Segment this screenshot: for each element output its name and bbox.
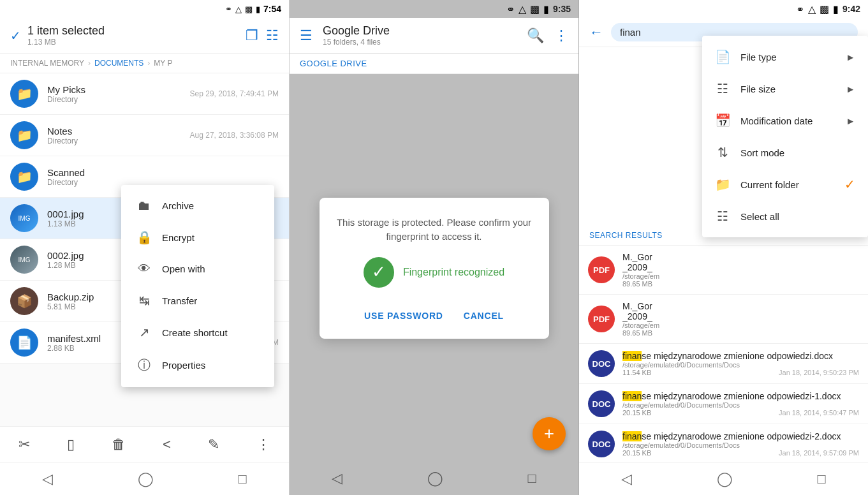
home-nav-icon[interactable]: ◯ bbox=[138, 471, 154, 487]
list-item[interactable]: DOC finanse międzynarodowe zmienione odp… bbox=[579, 344, 868, 384]
drive-content: This storage is protected. Please confir… bbox=[290, 74, 578, 462]
file-type-icon: 📄 bbox=[715, 49, 730, 64]
share-icon[interactable]: < bbox=[163, 436, 171, 453]
result-size: 11.54 KB bbox=[622, 369, 651, 376]
menu-item-open-with[interactable]: 👁 Open with bbox=[121, 253, 274, 284]
select-all-icon: ☷ bbox=[715, 209, 730, 224]
wifi-icon: △ bbox=[235, 4, 242, 14]
image-thumbnail: IMG bbox=[10, 246, 38, 274]
menu-item-create-shortcut[interactable]: ↗ Create shortcut bbox=[121, 316, 274, 348]
menu-label-encrypt: Encrypt bbox=[162, 232, 195, 243]
file-name: Scanned bbox=[47, 167, 270, 178]
result-list: PDF M._Gor_2009_ /storage/em 89.65 MB PD… bbox=[579, 246, 868, 462]
back-nav-icon-2[interactable]: ◁ bbox=[332, 470, 342, 487]
list-item[interactable]: DOC finanse międzynarodowe zmienione odp… bbox=[579, 424, 868, 462]
battery-icon: ▮ bbox=[256, 4, 260, 14]
signal-icon: ▩ bbox=[245, 4, 253, 14]
cancel-button[interactable]: CANCEL bbox=[461, 306, 506, 326]
nav-bar-3: ◁ ◯ □ bbox=[579, 462, 868, 495]
recent-nav-icon-3[interactable]: □ bbox=[817, 471, 825, 487]
dropdown-label-file-size: File size bbox=[740, 84, 776, 94]
menu-item-archive[interactable]: 🖿 Archive bbox=[121, 190, 274, 221]
selected-size: 1.13 MB bbox=[27, 38, 105, 47]
calendar-icon: 📅 bbox=[715, 113, 730, 128]
back-nav-icon-3[interactable]: ◁ bbox=[621, 471, 632, 487]
menu-item-encrypt[interactable]: 🔒 Encrypt bbox=[121, 221, 274, 253]
list-item[interactable]: 📁 My Picks Directory Sep 29, 2018, 7:49:… bbox=[0, 73, 289, 115]
highlight-2: finan bbox=[622, 391, 642, 401]
bluetooth-icon-2: ⚭ bbox=[506, 3, 515, 15]
hamburger-icon[interactable]: ☰ bbox=[300, 27, 313, 44]
dropdown-item-mod-date[interactable]: 📅 Modification date ► bbox=[702, 105, 868, 137]
dropdown-item-sort-mode[interactable]: ⇅ Sort mode bbox=[702, 137, 868, 168]
result-name: M._Gor_2009_ bbox=[622, 252, 859, 272]
file-name: My Picks bbox=[47, 84, 181, 95]
drive-title-group: Google Drive 15 folders, 4 files bbox=[323, 24, 390, 47]
result-name: finanse międzynarodowe zmienione odpowie… bbox=[622, 431, 859, 441]
fab-button[interactable]: + bbox=[533, 417, 566, 450]
more-icon[interactable]: ⋮ bbox=[256, 436, 270, 453]
menu-label-open-with: Open with bbox=[162, 263, 205, 274]
back-nav-icon[interactable]: ◁ bbox=[42, 471, 53, 487]
back-icon[interactable]: ← bbox=[589, 24, 603, 41]
file-info: My Picks Directory bbox=[47, 84, 181, 104]
home-nav-icon-2[interactable]: ◯ bbox=[427, 470, 443, 487]
list-item[interactable]: PDF M._Gor_2009_ /storage/em 89.65 MB bbox=[579, 295, 868, 344]
highlight: finan bbox=[622, 351, 642, 361]
dropdown-item-select-all[interactable]: ☷ Select all bbox=[702, 200, 868, 232]
list-item[interactable]: 📁 Notes Directory Aug 27, 2018, 3:36:08 … bbox=[0, 115, 289, 156]
result-info: finanse międzynarodowe zmienione odpowie… bbox=[622, 431, 859, 457]
dropdown-label-current-folder: Current folder bbox=[740, 179, 799, 190]
use-password-button[interactable]: USE PASSWORD bbox=[362, 306, 446, 326]
menu-item-properties[interactable]: ⓘ Properties bbox=[121, 348, 274, 382]
dropdown-label-file-type: File type bbox=[740, 52, 777, 63]
recent-nav-icon[interactable]: □ bbox=[238, 471, 246, 487]
bluetooth-icon: ⚭ bbox=[225, 4, 232, 14]
search-icon[interactable]: 🔍 bbox=[527, 27, 544, 44]
breadcrumb-documents[interactable]: DOCUMENTS bbox=[94, 59, 143, 68]
nav-bar-2: ◁ ◯ □ bbox=[290, 462, 578, 495]
zip-icon: 📦 bbox=[10, 287, 38, 315]
panel2-topbar: ☰ Google Drive 15 folders, 4 files 🔍 ⋮ bbox=[290, 18, 578, 54]
list-item[interactable]: DOC finanse międzynarodowe zmienione odp… bbox=[579, 384, 868, 424]
dialog-buttons: USE PASSWORD CANCEL bbox=[362, 306, 506, 326]
filter-icon: ☷ bbox=[715, 81, 730, 96]
result-size-date-2: 20.15 KB Jan 18, 2014, 9:50:47 PM bbox=[622, 409, 859, 417]
signal-icon-3: ▩ bbox=[820, 3, 829, 15]
fingerprint-success-icon: ✓ bbox=[364, 257, 394, 288]
breadcrumb-internal[interactable]: INTERNAL MEMORY bbox=[10, 59, 84, 68]
cut-icon[interactable]: ✂ bbox=[18, 436, 30, 453]
nav-bar-1: ◁ ◯ □ bbox=[0, 462, 289, 495]
more-vert-icon[interactable]: ⋮ bbox=[554, 27, 568, 44]
dropdown-item-file-size[interactable]: ☷ File size ► bbox=[702, 73, 868, 105]
sort-icon: ⇅ bbox=[715, 145, 730, 160]
signal-icon-2: ▩ bbox=[530, 3, 540, 15]
home-nav-icon-3[interactable]: ◯ bbox=[717, 471, 733, 487]
shortcut-icon: ↗ bbox=[136, 325, 152, 340]
result-path: /storage/em bbox=[622, 272, 659, 280]
delete-icon[interactable]: 🗑 bbox=[112, 436, 126, 453]
recent-nav-icon-2[interactable]: □ bbox=[527, 470, 536, 487]
result-path: /storage/emulated/0/Documents/Docs bbox=[622, 361, 740, 369]
list-view-icon[interactable]: ☷ bbox=[266, 27, 279, 44]
result-size: 20.15 KB bbox=[622, 449, 651, 457]
time-display-1: 7:54 bbox=[263, 4, 281, 14]
breadcrumb-label: GOOGLE DRIVE bbox=[300, 59, 367, 68]
copy-icon[interactable]: ▯ bbox=[67, 436, 75, 453]
battery-icon-2: ▮ bbox=[543, 3, 549, 15]
menu-label-create-shortcut: Create shortcut bbox=[162, 327, 228, 338]
menu-item-transfer[interactable]: ↹ Transfer bbox=[121, 284, 274, 316]
drive-breadcrumb: GOOGLE DRIVE bbox=[290, 54, 578, 74]
folder-icon: 📁 bbox=[10, 163, 38, 191]
grid-view-icon[interactable]: ❐ bbox=[246, 27, 258, 44]
status-bar-2: ⚭ △ ▩ ▮ 9:35 bbox=[290, 0, 578, 18]
dropdown-item-file-type[interactable]: 📄 File type ► bbox=[702, 41, 868, 73]
dropdown-item-current-folder[interactable]: 📁 Current folder ✓ bbox=[702, 168, 868, 200]
list-item[interactable]: PDF M._Gor_2009_ /storage/em 89.65 MB bbox=[579, 246, 868, 295]
bottom-toolbar: ✂ ▯ 🗑 < ✎ ⋮ bbox=[0, 426, 289, 462]
breadcrumb-sep-1: › bbox=[88, 59, 91, 68]
wifi-icon-2: △ bbox=[519, 3, 526, 15]
edit-icon[interactable]: ✎ bbox=[208, 436, 219, 453]
top-bar-1: ✓ 1 item selected 1.13 MB ❐ ☷ bbox=[0, 18, 289, 54]
arrow-icon: ► bbox=[846, 52, 855, 63]
